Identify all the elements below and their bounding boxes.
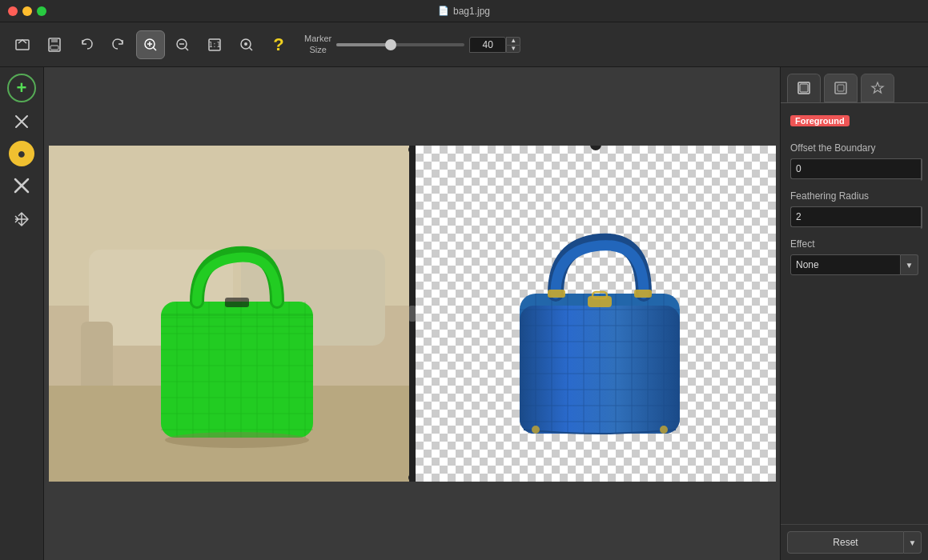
adjustments-icon [833,80,849,96]
canvas-area [44,67,780,560]
svg-rect-17 [161,314,313,316]
redo-btn[interactable] [104,30,133,59]
open-file-btn[interactable] [8,30,37,59]
reset-btn[interactable]: Reset [787,531,904,554]
marker-size-group: MarkerSize ▲ ▼ [304,34,520,54]
title-text: bag1.jpg [453,6,490,17]
circle-icon: ● [18,146,26,162]
marker-decrease-btn[interactable]: ▼ [506,45,520,53]
offset-boundary-label: Offset the Boundary [790,142,918,154]
svg-rect-36 [225,298,249,307]
svg-point-37 [165,432,309,448]
help-btn[interactable]: ? [264,30,293,59]
right-panel: Foreground Offset the Boundary ▲ ▼ Feath… [780,67,928,560]
panel-content: Foreground Offset the Boundary ▲ ▼ Feath… [781,102,928,323]
feathering-radius-down-btn[interactable]: ▼ [922,218,922,228]
svg-point-9 [244,42,247,46]
layers-icon [796,80,812,96]
close-button[interactable] [8,6,18,16]
marker-size-slider[interactable] [336,43,464,46]
effect-select[interactable]: None Shadow Glow Outline [790,254,901,275]
right-panel-bottom: Reset ▼ [781,524,928,560]
star-icon [870,80,886,96]
panel-divider[interactable] [409,146,416,482]
result-image-panel[interactable] [416,146,776,482]
feathering-radius-up-btn[interactable]: ▲ [922,207,922,218]
feathering-radius-control: ▲ ▼ [790,206,918,229]
svg-rect-57 [548,290,565,298]
question-mark-icon: ? [273,34,283,55]
svg-rect-58 [634,290,652,298]
svg-rect-3 [50,46,58,50]
marker-value-row: ▲ ▼ [469,37,520,53]
marker-value-input[interactable] [469,37,506,53]
svg-rect-66 [838,85,844,91]
undo-btn[interactable] [72,30,101,59]
marker-stepper: ▲ ▼ [506,37,520,53]
main-content: + ● [0,67,928,560]
tab-favorites[interactable] [861,74,894,102]
zoom-region-btn[interactable] [232,30,261,59]
titlebar: 📄 bag1.jpg [0,0,928,22]
offset-boundary-control: ▲ ▼ [790,158,918,181]
svg-rect-2 [51,38,58,42]
minimize-button[interactable] [22,6,32,16]
maximize-button[interactable] [37,6,46,16]
move-tool-btn[interactable] [7,205,36,234]
svg-rect-16 [161,302,313,438]
svg-rect-65 [835,82,846,94]
zoom-in-btn[interactable] [136,30,165,59]
background-marker-btn[interactable] [7,171,36,200]
file-icon: 📄 [438,6,449,16]
canvas-panels [49,146,776,482]
save-btn[interactable] [40,30,69,59]
foreground-marker-btn[interactable]: ● [9,141,34,166]
result-image-svg [416,146,776,482]
offset-boundary-up-btn[interactable]: ▲ [922,159,922,170]
marker-increase-btn[interactable]: ▲ [506,37,520,45]
left-sidebar: + ● [0,67,44,560]
svg-point-61 [532,426,540,434]
svg-text:1:1: 1:1 [209,42,221,49]
svg-rect-0 [16,40,29,50]
add-marker-btn[interactable]: + [7,74,36,102]
offset-boundary-down-btn[interactable]: ▼ [922,170,922,180]
svg-point-62 [660,426,668,434]
svg-rect-18 [161,326,313,327]
panel-tabs [781,67,928,102]
tab-layers[interactable] [787,74,821,102]
offset-boundary-input[interactable] [790,158,921,179]
zoom-out-btn[interactable] [168,30,197,59]
original-image-svg [49,146,409,482]
original-image-panel[interactable] [49,146,409,482]
plus-icon: + [17,78,27,98]
fit-btn[interactable]: 1:1 [200,30,229,59]
reset-dropdown-btn[interactable]: ▼ [904,531,922,554]
window-title: 📄 bag1.jpg [8,6,920,17]
erase-marker-btn[interactable] [7,107,36,136]
feathering-radius-label: Feathering Radius [790,190,918,202]
effect-control: None Shadow Glow Outline ▼ [790,254,918,275]
tab-adjustments[interactable] [824,74,858,102]
marker-size-label: MarkerSize [304,34,331,54]
effect-label: Effect [790,238,918,250]
toolbar: 1:1 ? MarkerSize ▲ ▼ [0,22,928,67]
effect-dropdown-btn[interactable]: ▼ [901,254,918,275]
divider-handle[interactable] [409,306,416,322]
svg-rect-64 [800,84,808,92]
traffic-lights [8,6,46,16]
feathering-radius-input[interactable] [790,206,921,227]
offset-boundary-steppers: ▲ ▼ [921,158,922,181]
feathering-radius-steppers: ▲ ▼ [921,206,922,229]
foreground-badge: Foreground [790,115,850,126]
